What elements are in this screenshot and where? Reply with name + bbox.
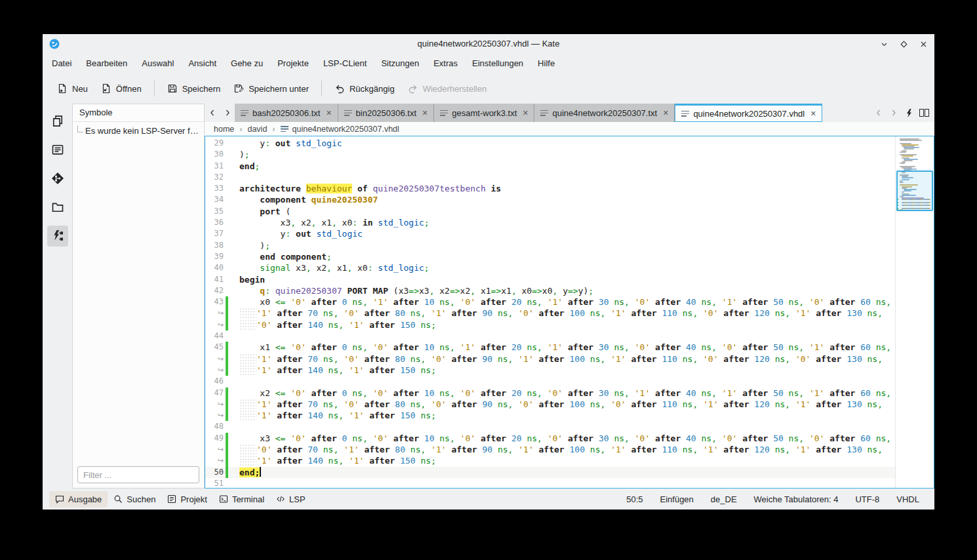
code-line[interactable]: ↪'1' after 140 ns, '1' after 150 ns; [205, 455, 895, 466]
code-line[interactable]: 47 x2 <= '0' after 0 ns, '0' after 10 ns… [205, 388, 895, 399]
code-lines[interactable]: 29 y: out std_logic30);31end;3233archite… [205, 136, 895, 488]
tabs-scroll-right-icon[interactable] [220, 104, 235, 122]
split-view-icon[interactable] [917, 109, 930, 117]
undo-button[interactable]: Rückgängig [328, 79, 401, 98]
text-document-icon [241, 110, 249, 117]
code-line[interactable]: 33architecture behaviour of quine2025030… [205, 183, 895, 194]
minimap-scrollbar[interactable] [895, 136, 934, 488]
code-line[interactable]: 45 x1 <= '0' after 0 ns, '0' after 10 ns… [205, 342, 895, 353]
code-line[interactable]: ↪'1' after 140 ns, '1' after 150 ns; [205, 410, 895, 421]
code-line[interactable]: 50end; [205, 467, 895, 478]
code-line[interactable]: 30); [205, 149, 895, 160]
code-line[interactable]: 41begin [205, 274, 895, 285]
minimize-icon[interactable] [879, 39, 888, 49]
code-line[interactable]: 37 y: out std_logic [205, 228, 895, 239]
terminal-toggle[interactable]: Terminal [213, 491, 270, 508]
open-button[interactable]: Öffnen [94, 79, 148, 98]
code-line[interactable]: 46 [205, 376, 895, 387]
symbols-tree-item[interactable]: Es wurde kein LSP-Server fü... [75, 125, 201, 136]
output-toggle[interactable]: Ausgabe [49, 491, 108, 508]
menu-sitzungen[interactable]: Sitzungen [374, 54, 426, 73]
menu-projekte[interactable]: Projekte [270, 54, 316, 73]
tab-close-icon[interactable] [810, 109, 816, 118]
menu-lsp-client[interactable]: LSP-CLient [316, 54, 374, 73]
history-back-icon[interactable] [872, 109, 885, 117]
line-number: 40 [205, 262, 224, 273]
tab-settings[interactable]: Weiche Tabulatoren: 4 [746, 494, 847, 504]
code-line[interactable]: ↪'0' after 140 ns, '1' after 150 ns; [205, 319, 895, 330]
tab-close-icon[interactable] [326, 108, 331, 117]
breadcrumb-david[interactable]: david [247, 125, 267, 134]
project-toggle[interactable]: Projekt [161, 491, 212, 508]
editor-view[interactable]: 29 y: out std_logic30);31end;3233archite… [205, 136, 934, 489]
undo-button-label: Rückgängig [349, 84, 395, 94]
tab-close-icon[interactable] [422, 108, 428, 117]
menu-datei[interactable]: Datei [45, 54, 79, 73]
code-line[interactable]: 39 end component; [205, 251, 895, 262]
code-line[interactable]: 48 [205, 421, 895, 432]
code-line[interactable]: ↪'1' after 70 ns, '0' after 80 ns, '0' a… [205, 399, 895, 410]
menu-extras[interactable]: Extras [426, 54, 465, 73]
dictionary[interactable]: de_DE [702, 494, 746, 504]
close-icon[interactable] [919, 39, 928, 49]
menu-bearbeiten[interactable]: Bearbeiten [79, 54, 134, 73]
sidebar-item-lsp-symbols[interactable] [47, 226, 68, 247]
encoding[interactable]: UTF-8 [847, 494, 888, 504]
tab-quine4network-vhdl[interactable]: quine4network20250307.vhdl [675, 104, 822, 122]
code-line[interactable]: 49 x3 <= '0' after 0 ns, '0' after 10 ns… [205, 433, 895, 444]
menu-einstellungen[interactable]: Einstellungen [465, 54, 530, 73]
code-line[interactable]: 32 [205, 172, 895, 183]
lsp-toggle[interactable]: LSP [270, 491, 311, 508]
code-line[interactable]: ↪'1' after 140 ns, '1' after 150 ns; [205, 365, 895, 376]
menu-gehe-zu[interactable]: Gehe zu [224, 54, 270, 73]
code-line[interactable]: 35 port ( [205, 206, 895, 217]
sidebar-item-list-details[interactable] [47, 139, 68, 160]
cursor-position[interactable]: 50:5 [618, 494, 651, 504]
screen: quine4network20250307.vhdl — Kate Datei … [0, 0, 977, 560]
tab-close-icon[interactable] [523, 108, 528, 117]
syntax-mode[interactable]: VHDL [888, 494, 928, 504]
sidebar-item-documents[interactable] [47, 110, 68, 131]
symbols-filter-input[interactable] [77, 466, 199, 483]
code-line[interactable]: 38 ); [205, 240, 895, 251]
tab-quine4network-txt[interactable]: quine4network20250307.txt [534, 104, 675, 122]
code-line[interactable]: 44 [205, 330, 895, 342]
save-as-button[interactable]: Speichern unter [227, 79, 315, 98]
tab-bash20250306[interactable]: bash20250306.txt [235, 104, 338, 122]
code-line[interactable]: ↪'1' after 70 ns, '0' after 80 ns, '0' a… [205, 353, 895, 365]
tab-gesamt-work3[interactable]: gesamt-work3.txt [434, 104, 534, 122]
minimap-viewport[interactable] [896, 170, 933, 211]
tab-close-icon[interactable] [663, 108, 668, 117]
code-line[interactable]: 40 signal x3, x2, x1, x0: std_logic; [205, 262, 895, 273]
maximize-icon[interactable] [899, 39, 908, 49]
code-line[interactable]: 34 component quine20250307 [205, 194, 895, 205]
redo-button[interactable]: Wiederherstellen [401, 79, 494, 98]
breadcrumb-home[interactable]: home [214, 125, 234, 134]
code-line[interactable]: 31end; [205, 161, 895, 172]
save-button[interactable]: Speichern [161, 79, 228, 98]
history-forward-icon[interactable] [887, 109, 900, 117]
code-line[interactable]: ↪'0' after 70 ns, '1' after 80 ns, '1' a… [205, 444, 895, 455]
code-line[interactable]: 29 y: out std_logic [205, 138, 895, 149]
lsp-symbols-icon [51, 230, 64, 243]
code-line[interactable]: 42 q: quine20250307 PORT MAP (x3=>x3, x2… [205, 285, 895, 296]
search-toggle[interactable]: Suchen [108, 491, 161, 508]
code-line[interactable]: 43 x0 <= '0' after 0 ns, '1' after 10 ns… [205, 296, 895, 308]
sidebar-item-git[interactable] [47, 168, 68, 189]
line-number: 42 [205, 285, 224, 296]
sidebar-item-filesystem[interactable] [47, 197, 68, 218]
tabs-scroll-left-icon[interactable] [205, 104, 220, 122]
code-line[interactable]: 36 x3, x2, x1, x0: in std_logic; [205, 217, 895, 228]
new-button[interactable]: Neu [50, 79, 94, 98]
menu-ansicht[interactable]: Ansicht [181, 54, 224, 73]
tab-bin20250306[interactable]: bin20250306.txt [338, 104, 435, 122]
search-icon [113, 494, 123, 504]
menu-auswahl[interactable]: Auswahl [134, 54, 181, 73]
code-line[interactable]: 51 [205, 478, 895, 488]
code-line[interactable]: ↪'1' after 70 ns, '0' after 80 ns, '1' a… [205, 308, 895, 319]
insert-mode[interactable]: Einfügen [652, 494, 702, 504]
breadcrumb-file[interactable]: quine4network20250307.vhdl [281, 125, 399, 134]
quick-open-lightning-icon[interactable] [902, 109, 915, 117]
text-document-icon [281, 125, 289, 132]
menu-hilfe[interactable]: Hilfe [530, 54, 562, 73]
